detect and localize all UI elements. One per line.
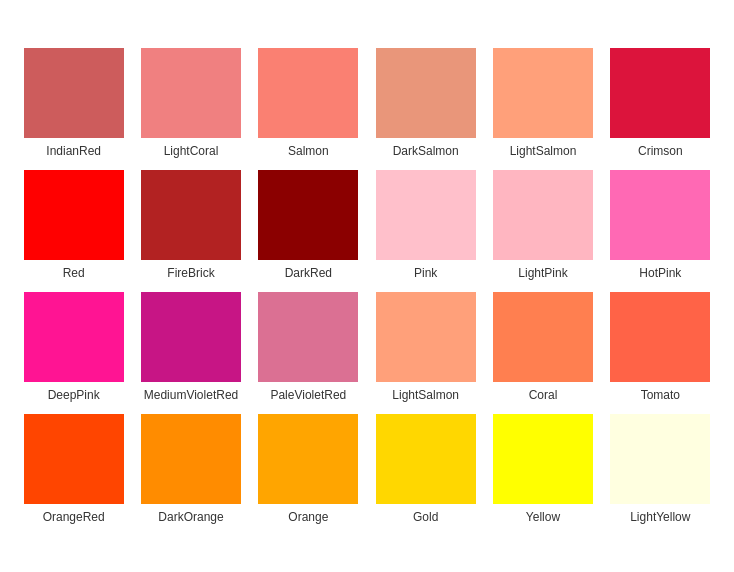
color-swatch: [24, 170, 124, 260]
color-cell[interactable]: Crimson: [607, 48, 714, 158]
color-label: Pink: [414, 266, 437, 280]
color-cell[interactable]: HotPink: [607, 170, 714, 280]
color-label: Yellow: [526, 510, 560, 524]
color-label: PaleVioletRed: [270, 388, 346, 402]
color-swatch: [376, 292, 476, 382]
color-cell[interactable]: FireBrick: [137, 170, 244, 280]
color-cell[interactable]: DarkRed: [255, 170, 362, 280]
color-cell[interactable]: Pink: [372, 170, 479, 280]
color-label: LightPink: [518, 266, 567, 280]
color-label: Red: [63, 266, 85, 280]
color-swatch: [493, 170, 593, 260]
color-swatch: [24, 48, 124, 138]
color-cell[interactable]: IndianRed: [20, 48, 127, 158]
color-label: Gold: [413, 510, 438, 524]
color-swatch: [24, 292, 124, 382]
color-cell[interactable]: LightCoral: [137, 48, 244, 158]
color-cell[interactable]: Tomato: [607, 292, 714, 402]
color-cell[interactable]: MediumVioletRed: [137, 292, 244, 402]
color-swatch: [141, 414, 241, 504]
color-cell[interactable]: DarkSalmon: [372, 48, 479, 158]
color-swatch: [24, 414, 124, 504]
color-label: Crimson: [638, 144, 683, 158]
color-swatch: [258, 292, 358, 382]
color-cell[interactable]: Yellow: [489, 414, 596, 524]
color-cell[interactable]: LightSalmon: [372, 292, 479, 402]
color-swatch: [493, 48, 593, 138]
color-label: DarkRed: [285, 266, 332, 280]
color-label: LightCoral: [164, 144, 219, 158]
color-swatch: [258, 48, 358, 138]
color-swatch: [141, 170, 241, 260]
color-label: Tomato: [641, 388, 680, 402]
color-cell[interactable]: OrangeRed: [20, 414, 127, 524]
color-label: DarkOrange: [158, 510, 223, 524]
color-label: Salmon: [288, 144, 329, 158]
color-label: LightSalmon: [510, 144, 577, 158]
color-label: LightYellow: [630, 510, 690, 524]
color-swatch: [493, 292, 593, 382]
color-swatch: [376, 48, 476, 138]
color-label: FireBrick: [167, 266, 214, 280]
color-cell[interactable]: Salmon: [255, 48, 362, 158]
color-label: DeepPink: [48, 388, 100, 402]
color-label: OrangeRed: [43, 510, 105, 524]
color-label: Orange: [288, 510, 328, 524]
color-swatch: [141, 48, 241, 138]
color-cell[interactable]: LightSalmon: [489, 48, 596, 158]
color-swatch: [610, 414, 710, 504]
color-swatch: [610, 292, 710, 382]
color-label: IndianRed: [46, 144, 101, 158]
color-label: HotPink: [639, 266, 681, 280]
color-cell[interactable]: Gold: [372, 414, 479, 524]
color-cell[interactable]: Red: [20, 170, 127, 280]
color-swatch: [610, 48, 710, 138]
color-cell[interactable]: Orange: [255, 414, 362, 524]
color-swatch: [493, 414, 593, 504]
color-cell[interactable]: LightPink: [489, 170, 596, 280]
color-cell[interactable]: PaleVioletRed: [255, 292, 362, 402]
color-swatch: [141, 292, 241, 382]
color-swatch: [258, 414, 358, 504]
color-grid: IndianRedLightCoralSalmonDarkSalmonLight…: [0, 28, 734, 544]
color-cell[interactable]: DeepPink: [20, 292, 127, 402]
color-label: LightSalmon: [392, 388, 459, 402]
color-cell[interactable]: Coral: [489, 292, 596, 402]
color-cell[interactable]: DarkOrange: [137, 414, 244, 524]
color-swatch: [258, 170, 358, 260]
color-cell[interactable]: LightYellow: [607, 414, 714, 524]
color-swatch: [376, 170, 476, 260]
color-swatch: [376, 414, 476, 504]
color-swatch: [610, 170, 710, 260]
color-label: DarkSalmon: [393, 144, 459, 158]
color-label: Coral: [529, 388, 558, 402]
color-label: MediumVioletRed: [144, 388, 239, 402]
